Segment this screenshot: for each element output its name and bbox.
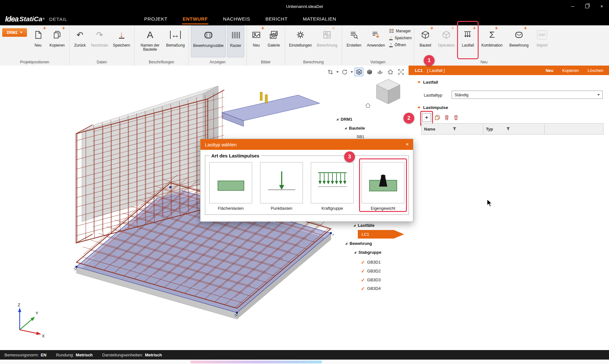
status-rundung: Rundung: Metrisch [56,353,93,357]
zurueck-button[interactable]: ↶ Zurück [72,25,88,57]
tree-item-bewehrung[interactable]: Bewehrung [345,239,372,247]
lastimpulse-table-header: Name Typ [422,123,604,135]
einstellungen-button[interactable]: Einstellungen [287,25,313,57]
section-lastimpulse[interactable]: Lastimpulse [417,105,448,110]
solid-view-button[interactable] [365,67,374,76]
column-header-typ[interactable]: Typ [483,123,545,135]
neu-bild-button[interactable]: + Neu [249,25,264,57]
axis-x-label: X [42,334,45,337]
wireframe-view-button[interactable] [354,67,363,76]
stirrup-icon [203,28,213,43]
chevron-down-icon[interactable] [350,71,353,73]
vorlagen-stack: Manager ↓ Speichern ↑ Öffnen [389,25,412,57]
bemassung-button[interactable]: ↔ Bemaßung [165,25,186,57]
galerie-button[interactable]: Galerie [265,25,283,57]
column-header-name[interactable]: Name [421,123,483,135]
close-button[interactable]: × [594,0,609,13]
operation-cube-icon: + [442,27,451,42]
dialog-close-button[interactable]: × [402,139,413,150]
delete-all-lastimpulse-button[interactable] [453,114,459,121]
checkbox-checked-icon[interactable]: ✓ [361,286,365,291]
filter-icon[interactable] [453,127,456,131]
speichern-button[interactable]: ↓ Speichern [111,25,132,57]
option-punktlasten[interactable]: Punktlasten [260,162,303,211]
namen-der-bauteile-button[interactable]: A Namen der Bauteile [137,25,163,57]
checkbox-checked-icon[interactable]: ✓ [361,278,365,282]
maximize-button[interactable] [580,0,594,13]
minimize-button[interactable] [565,0,580,13]
template-apply-icon [371,27,381,42]
wireframe-cube-icon [356,69,362,75]
anwenden-button[interactable]: Anwenden [365,25,387,57]
option-flaechenlasten[interactable]: Flächenlasten [209,162,252,211]
lastfalltyp-select[interactable]: Ständig [452,91,603,99]
expander-icon [353,224,356,227]
tab-entwurf[interactable]: ENTWURF [182,14,208,24]
properties-kopieren-button[interactable]: Kopieren [562,68,579,73]
cube-plus-icon: + [421,27,430,42]
rotate-icon [342,69,348,75]
bottom-strip [0,360,609,364]
properties-neu-button[interactable]: Neu [546,68,553,73]
tree-item-gb3d2[interactable]: ✓ GB3D2 [361,267,381,275]
zoom-fit-button[interactable] [396,67,405,76]
main-tabs: PROJEKT ENTWURF NACHWEIS BERICHT MATERIA… [143,14,337,24]
section-view-button[interactable] [375,67,384,76]
tree-item-gb3d3[interactable]: ✓ GB3D3 [361,276,381,284]
vorlage-speichern-button[interactable]: ↓ Speichern [389,35,412,40]
tree-item-gb3d4[interactable]: ✓ GB3D4 [361,284,381,292]
operation-button: + Operation [435,25,457,57]
tab-materialien[interactable]: MATERIALIEN [302,14,337,24]
project-selector-dropdown[interactable]: DRM1 [2,28,27,37]
tab-nachweis[interactable]: NACHWEIS [222,14,251,24]
chevron-down-icon[interactable] [336,71,339,73]
tree-item-gb3d1[interactable]: ✓ GB3D1 [361,258,381,266]
tab-bericht[interactable]: BERICHT [265,14,288,24]
surface-load-icon [213,167,248,199]
copy-plus-icon: + [52,27,62,42]
delete-lastimpuls-button[interactable] [444,114,450,121]
properties-loeschen-button[interactable]: Löschen [588,68,603,73]
checkbox-checked-icon[interactable]: ✓ [361,260,365,265]
home-view-button[interactable] [386,67,395,76]
cube-home-icon[interactable] [365,102,371,109]
bewehrung-neu-button[interactable]: + Bewehrung [507,25,531,57]
raster-toggle[interactable]: Raster [227,25,244,57]
titlebar: Unbenannt.ideaDet × [0,0,609,13]
dxf-import-button: DXF Import [533,25,552,57]
erstellen-button[interactable]: Erstellen [344,25,364,57]
bauteil-button[interactable]: + Bauteil [416,25,434,57]
tab-projekt[interactable]: PROJEKT [143,14,168,24]
minimize-icon [571,6,574,7]
ribbon-group-berechnung: Einstellungen + Berechnung Berechnung [285,25,342,66]
checkbox-checked-icon[interactable]: ✓ [361,269,365,273]
vorlage-oeffnen-button[interactable]: ↑ Öffnen [389,42,412,47]
option-eigengewicht[interactable]: Eigengewicht [361,162,405,211]
navigation-cube[interactable] [374,77,403,106]
tree-item-drm1[interactable]: DRM1 [336,115,352,123]
manager-button[interactable]: Manager [389,29,412,33]
tree-item-stabgruppe[interactable]: Stabgruppe [354,248,381,256]
save-icon: ↓ [119,31,124,39]
add-lastimpuls-button[interactable]: + [422,113,431,122]
filter-icon[interactable] [506,127,510,131]
tree-item-bauteile[interactable]: Bauteile [344,124,365,132]
gear-icon [295,27,305,42]
copy-lastimpuls-button[interactable] [434,114,441,121]
kopieren-button[interactable]: + Kopieren [47,25,67,57]
rotate-view-button[interactable] [340,67,349,76]
section-lastfall[interactable]: Lastfall [417,80,438,85]
dimension-icon: ↔ [170,31,181,39]
crop-view-button[interactable] [326,67,335,76]
tree-item-lastfaelle[interactable]: Lastfälle [353,221,375,229]
ribbon-group-projektpositionen: DRM1 + Neu + Kopieren [0,25,69,66]
mouse-cursor [486,199,493,207]
product-name: DETAIL [49,16,67,22]
lastimpulse-toolbar: + [422,113,459,122]
neu-projekt-button[interactable]: + Neu [30,25,46,57]
option-kraftgruppe[interactable]: Kraftgruppe [311,162,354,211]
kombination-button[interactable]: Σ + Kombination [479,25,505,57]
bewehrungsstaebe-toggle[interactable]: Bewehrungsstäbe [191,25,226,57]
dialog-titlebar[interactable]: Lasttyp wählen × [200,139,413,150]
lastfall-button[interactable]: + Lastfall [458,25,477,57]
